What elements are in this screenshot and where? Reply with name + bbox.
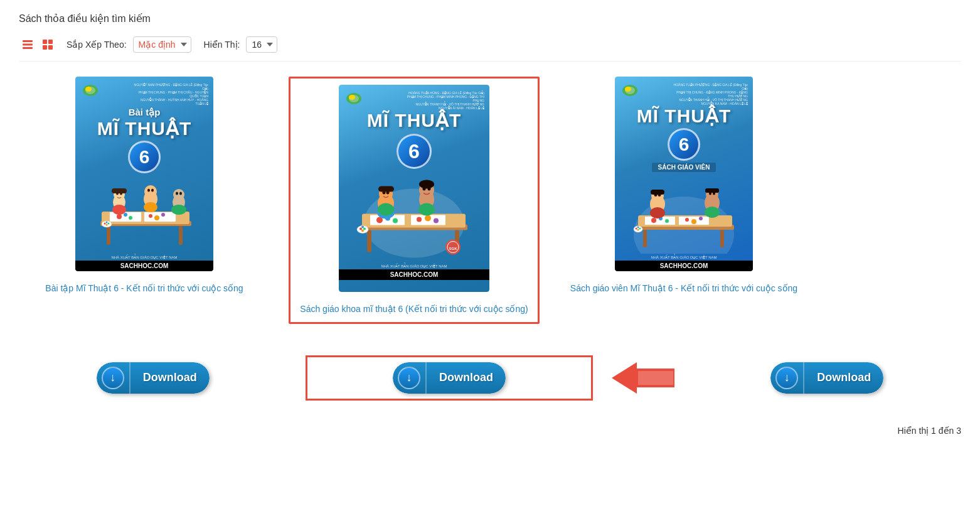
svg-point-19 <box>149 214 152 218</box>
svg-point-109 <box>636 228 637 230</box>
book3-logo <box>620 83 640 98</box>
book3-small-text: HOÀNG TUẤN PHƯỢNG - ĐẶNG GIA LÊ (Đồng Tá… <box>673 83 748 105</box>
red-arrow-svg <box>612 359 674 397</box>
grid-icon <box>41 38 54 51</box>
svg-point-33 <box>176 192 178 195</box>
svg-point-58 <box>434 218 439 224</box>
svg-point-16 <box>117 214 122 219</box>
download-wrapper-2: ↓ Download <box>306 355 592 401</box>
book-item-3: HOÀNG TUẤN PHƯỢNG - ĐẶNG GIA LÊ (Đồng Tá… <box>558 77 809 295</box>
download-button-1[interactable]: ↓ Download <box>97 362 210 394</box>
svg-point-76 <box>361 230 364 232</box>
book1-illustration <box>88 176 201 254</box>
svg-point-90 <box>651 218 656 223</box>
svg-point-41 <box>108 223 110 225</box>
sort-label: Sắp Xếp Theo: <box>67 40 127 50</box>
book1-logo <box>80 83 100 98</box>
svg-point-82 <box>625 87 631 92</box>
svg-point-70 <box>378 203 394 216</box>
svg-point-42 <box>106 224 108 226</box>
svg-point-55 <box>393 218 398 224</box>
book-cover-inner-3: HOÀNG TUẤN PHƯỢNG - ĐẶNG GIA LÊ (Đồng Tá… <box>615 77 753 271</box>
svg-point-57 <box>425 215 431 222</box>
svg-rect-26 <box>112 188 127 193</box>
svg-point-17 <box>124 213 127 217</box>
list-icon <box>21 38 34 51</box>
svg-point-107 <box>705 207 720 218</box>
download-icon-circle-3: ↓ <box>775 367 798 389</box>
grid-view-button[interactable] <box>39 36 56 53</box>
svg-point-74 <box>361 226 364 229</box>
svg-marker-115 <box>638 371 673 385</box>
svg-point-73 <box>360 228 362 230</box>
book1-publisher-bar: NHÀ XUẤT BẢN GIÁO DỤC VIỆT NAM SACHHOC.C… <box>75 254 213 271</box>
svg-rect-12 <box>179 226 183 245</box>
svg-point-101 <box>650 207 665 218</box>
svg-rect-100 <box>651 190 664 195</box>
download-icon-circle-2: ↓ <box>398 367 420 389</box>
book-cover-3[interactable]: HOÀNG TUẤN PHƯỢNG - ĐẶNG GIA LÊ (Đồng Tá… <box>615 77 753 271</box>
book1-number: 6 <box>128 141 161 173</box>
svg-rect-63 <box>378 186 394 192</box>
svg-point-69 <box>419 180 434 189</box>
svg-point-93 <box>685 218 689 222</box>
svg-point-37 <box>144 202 157 212</box>
download-button-2[interactable]: ↓ Download <box>393 362 506 394</box>
svg-rect-11 <box>107 226 110 245</box>
svg-point-45 <box>349 95 355 100</box>
book-cover-1[interactable]: NGUYẾT NAM PHƯỢNG - ĐẶNG GIA LÊ (Đồng Tá… <box>75 77 213 271</box>
svg-rect-0 <box>23 40 33 42</box>
buttons-row: ↓ Download ↓ Download ↓ <box>19 355 961 401</box>
display-select[interactable]: 8 16 24 32 <box>246 36 277 53</box>
book1-main-title: MĨ THUẬT <box>97 119 192 138</box>
download-wrapper-3: ↓ Download <box>693 362 961 394</box>
download-icon-circle-1: ↓ <box>102 367 124 389</box>
book3-title[interactable]: Sách giáo viên Mĩ Thuật 6 - Kết nối tri … <box>570 283 797 295</box>
book2-publisher-bar: NHÀ XUẤT BẢN GIÁO DỤC VIỆT NAM SACHHOC.C… <box>339 262 489 280</box>
download-icon-part-3: ↓ <box>770 362 804 394</box>
svg-point-18 <box>129 216 132 220</box>
svg-rect-2 <box>23 47 33 49</box>
svg-text:SGK: SGK <box>449 247 457 251</box>
toolbar: Sắp Xếp Theo: Mặc định Tên A-Z Tên Z-A H… <box>19 36 961 62</box>
svg-point-21 <box>161 213 165 217</box>
book2-illustration: SGK <box>351 171 477 262</box>
svg-point-92 <box>665 219 669 223</box>
book1-title-line1: Bài tập <box>129 107 161 118</box>
download-wrapper-1: ↓ Download <box>19 362 287 394</box>
sort-select[interactable]: Mặc định Tên A-Z Tên Z-A <box>133 36 191 53</box>
svg-point-40 <box>106 222 108 224</box>
svg-point-112 <box>637 229 639 231</box>
svg-marker-114 <box>612 362 637 394</box>
svg-point-20 <box>154 215 159 220</box>
svg-point-28 <box>144 185 157 198</box>
svg-rect-106 <box>705 188 719 193</box>
book-item-2: HOÀNG TUẤN HÙNG - ĐẶNG GIA LÊ (Đồng Tác … <box>289 77 540 324</box>
svg-point-56 <box>417 217 422 222</box>
svg-point-32 <box>173 189 184 200</box>
download-button-3[interactable]: ↓ Download <box>770 362 883 394</box>
book-cover-2[interactable]: HOÀNG TUẤN HÙNG - ĐẶNG GIA LÊ (Đồng Tác … <box>339 85 489 292</box>
book1-small-text: NGUYẾT NAM PHƯỢNG - ĐẶNG GIA LÊ (Đồng Tá… <box>133 83 208 105</box>
book3-main-title: MĨ THUẬT <box>637 107 732 126</box>
download-label-1: Download <box>130 362 210 394</box>
svg-point-29 <box>147 189 150 192</box>
svg-rect-85 <box>643 230 647 247</box>
svg-point-35 <box>171 205 186 215</box>
svg-point-75 <box>363 228 366 230</box>
svg-rect-6 <box>48 45 53 50</box>
book1-title[interactable]: Bài tập Mĩ Thuật 6 - Kết nối tri thức vớ… <box>45 283 243 295</box>
svg-point-71 <box>418 203 435 216</box>
book-cover-inner-1: NGUYẾT NAM PHƯỢNG - ĐẶNG GIA LÊ (Đồng Tá… <box>75 77 213 271</box>
download-icon-part-2: ↓ <box>393 362 427 394</box>
book-item-1: NGUYẾT NAM PHƯỢNG - ĐẶNG GIA LÊ (Đồng Tá… <box>19 77 270 295</box>
download-arrow-icon-2: ↓ <box>406 371 412 384</box>
svg-rect-4 <box>48 40 53 44</box>
red-arrow-indicator <box>612 359 674 397</box>
list-view-button[interactable] <box>19 36 36 53</box>
book2-small-text: HOÀNG TUẤN HÙNG - ĐẶNG GIA LÊ (Đồng Tác … <box>403 91 484 110</box>
download-label-2: Download <box>427 362 506 394</box>
svg-point-34 <box>179 192 182 195</box>
book3-number: 6 <box>668 128 700 161</box>
book2-title[interactable]: Sách giáo khoa mĩ thuật 6 (Kết nối tri t… <box>300 303 528 316</box>
